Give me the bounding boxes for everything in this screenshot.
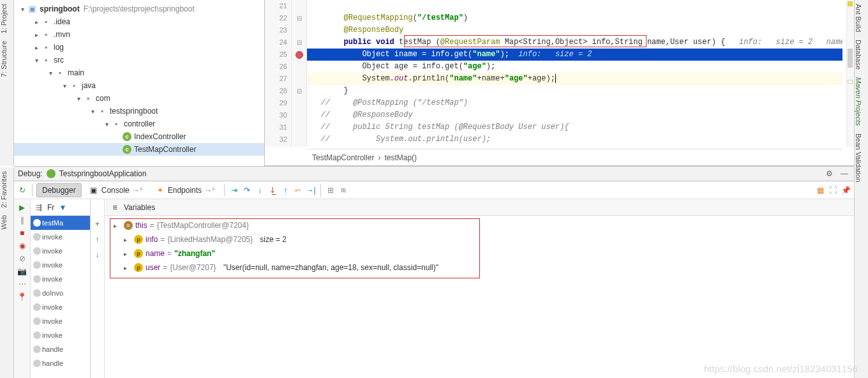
pin-icon[interactable]: 📍 [17, 291, 28, 303]
pause-icon[interactable]: ∥ [17, 215, 28, 226]
trace-icon[interactable]: ≋ [338, 185, 349, 196]
chevron-down-icon[interactable]: ▾ [74, 95, 83, 102]
tab-maven-projects[interactable]: Maven Projects [855, 73, 862, 130]
memory-icon[interactable]: ▦ [814, 185, 826, 196]
tree-item-mvn[interactable]: ▸ ▪ .mvn [14, 28, 264, 41]
force-step-into-icon[interactable]: ↓̲ [267, 185, 278, 196]
frame-row[interactable]: invoke [31, 230, 90, 244]
code-line[interactable]: public void testMap (@RequestParam Map<S… [307, 36, 842, 49]
view-breakpoints-icon[interactable]: ◉ [17, 240, 28, 252]
get-thread-dump-icon[interactable]: 📷 [17, 266, 28, 277]
rerun-icon[interactable]: ↻ [17, 185, 28, 196]
tab-database[interactable]: Database [855, 36, 862, 73]
chevron-down-icon[interactable]: ▾ [60, 82, 69, 89]
code-line[interactable]: // @ResponseBody [307, 109, 842, 121]
frame-row[interactable]: invoke [31, 328, 90, 342]
code-line[interactable]: Object age = info.get("age"); [307, 61, 842, 73]
code-line-current-execution[interactable]: Object iname = info.get("name"); info: s… [307, 49, 842, 61]
stripe-mark[interactable] [848, 49, 853, 68]
tree-item-com[interactable]: ▾ ▪ com [14, 92, 264, 105]
filter-icon[interactable]: ▼ [57, 202, 68, 213]
settings-icon[interactable]: ⛶ [827, 185, 839, 196]
step-over-icon[interactable]: ↷ [241, 185, 253, 196]
fold-icon[interactable]: ⊟ [297, 15, 302, 22]
chevron-down-icon[interactable]: ▾ [32, 57, 41, 64]
frame-row[interactable]: invoke [31, 314, 90, 328]
down-icon[interactable]: ↓ [92, 249, 103, 261]
frame-row[interactable]: handle [31, 342, 90, 356]
editor-error-stripe[interactable] [846, 0, 854, 147]
frame-row[interactable]: testMa [31, 216, 90, 230]
tree-item-log[interactable]: ▸ ▪ log [14, 41, 264, 54]
tab-project[interactable]: 1: Project [0, 0, 8, 37]
tab-bean-validation[interactable]: Bean Validation [855, 130, 862, 186]
code-line[interactable]: @RequestMapping("/testMap") [307, 12, 842, 24]
breadcrumb-item[interactable]: TestMapController [312, 153, 374, 162]
breadcrumb-item[interactable]: testMap() [384, 153, 417, 162]
stop-icon[interactable]: ■ [17, 227, 28, 239]
chevron-down-icon[interactable]: ▾ [46, 70, 55, 77]
gutter-icons[interactable]: ⊟ ⊟ ⊟ [292, 0, 307, 147]
pin-icon[interactable]: →ˢ [204, 186, 214, 195]
code-line[interactable]: // public String testMap (@RequestBody U… [307, 121, 842, 133]
analysis-status-icon[interactable] [848, 1, 853, 6]
tab-console[interactable]: ▣ Console →ˢ [83, 183, 148, 198]
tree-root[interactable]: ▾ ▣ springboot F:\projects\testproject\s… [14, 3, 264, 15]
threads-icon[interactable]: ⇶ [33, 202, 45, 213]
drop-frame-icon[interactable]: ⤺ [292, 185, 304, 196]
step-out-icon[interactable]: ↑ [280, 185, 291, 196]
chevron-right-icon[interactable]: ▸ [32, 19, 41, 26]
code-line-caret[interactable]: System.out.println("name"+name+"age"+age… [307, 73, 842, 85]
step-into-icon[interactable]: ↓ [254, 185, 266, 196]
tree-item-testmapcontroller[interactable]: c TestMapController [14, 143, 264, 156]
chevron-down-icon[interactable]: ▾ [102, 121, 111, 128]
settings-icon[interactable]: ⋯ [17, 278, 28, 290]
frame-row[interactable]: doInvo [31, 286, 90, 300]
fold-icon[interactable]: ⊟ [297, 87, 302, 94]
frame-row[interactable]: invoke [31, 300, 90, 314]
code-line[interactable] [307, 0, 842, 12]
tree-item-src[interactable]: ▾ ▪ src [14, 54, 264, 66]
tree-item-controller[interactable]: ▾ ▪ controller [14, 117, 264, 130]
fold-icon[interactable]: ⊟ [297, 39, 302, 46]
tree-item-indexcontroller[interactable]: c IndexController [14, 130, 264, 143]
tab-ant-build[interactable]: Ant Build [855, 0, 862, 36]
tree-item-idea[interactable]: ▸ ▪ .idea [14, 15, 264, 28]
variables-header[interactable]: ≡ Variables [105, 199, 854, 216]
pin-tab-icon[interactable]: 📌 [840, 185, 851, 196]
tree-item-main[interactable]: ▾ ▪ main [14, 66, 264, 79]
project-tree[interactable]: ▾ ▣ springboot F:\projects\testproject\s… [14, 0, 264, 158]
chevron-down-icon[interactable]: ▾ [88, 108, 97, 115]
line-number-gutter[interactable]: 21 22 23 24 25 26 27 28 29 30 31 32 [265, 0, 292, 147]
run-to-cursor-icon[interactable]: →| [305, 185, 317, 196]
tab-web[interactable]: Web [0, 211, 8, 233]
pin-icon[interactable]: →ˢ [132, 186, 142, 195]
code-line[interactable]: // @PostMapping ("/testMap") [307, 97, 842, 109]
resume-icon[interactable]: ▶ [17, 202, 28, 213]
tab-debugger[interactable]: Debugger [36, 183, 82, 197]
tree-item-java[interactable]: ▾ ▪ java [14, 79, 264, 92]
variables-tree[interactable]: ▸ ≡ this = {TestMapController@7204} ▸ p … [105, 216, 854, 378]
chevron-right-icon[interactable]: ▸ [32, 44, 41, 51]
breakpoint-icon[interactable] [296, 51, 303, 59]
frame-row[interactable]: invoke [31, 272, 90, 286]
chevron-down-icon[interactable]: ▾ [18, 6, 27, 13]
up-icon[interactable]: ↑ [92, 234, 103, 245]
show-execution-point-icon[interactable]: ⇥ [228, 185, 240, 196]
mute-breakpoints-icon[interactable]: ⊘ [17, 253, 28, 264]
tab-structure[interactable]: 7: Structure [0, 37, 8, 81]
tab-favorites[interactable]: 2: Favorites [0, 167, 8, 211]
frame-row[interactable]: invoke [31, 258, 90, 272]
tab-endpoints[interactable]: ✶ Endpoints →ˢ [149, 183, 220, 198]
code-line[interactable]: } [307, 85, 842, 97]
code-line[interactable]: // System.out.println(user); [307, 133, 842, 146]
add-watch-icon[interactable]: + [92, 218, 103, 230]
debug-window-header[interactable]: Debug: TestspringbootApplication ⚙ — [14, 166, 854, 181]
breadcrumbs[interactable]: TestMapController › testMap() [307, 149, 842, 165]
chevron-right-icon[interactable]: ▸ [32, 31, 41, 38]
tree-item-testspringboot[interactable]: ▾ ▪ testspringboot [14, 105, 264, 117]
minimize-icon[interactable]: — [839, 168, 850, 179]
stripe-mark[interactable] [848, 80, 853, 84]
evaluate-expression-icon[interactable]: ⊞ [325, 185, 336, 196]
code-area[interactable]: @RequestMapping("/testMap") @ResponseBod… [307, 0, 842, 147]
